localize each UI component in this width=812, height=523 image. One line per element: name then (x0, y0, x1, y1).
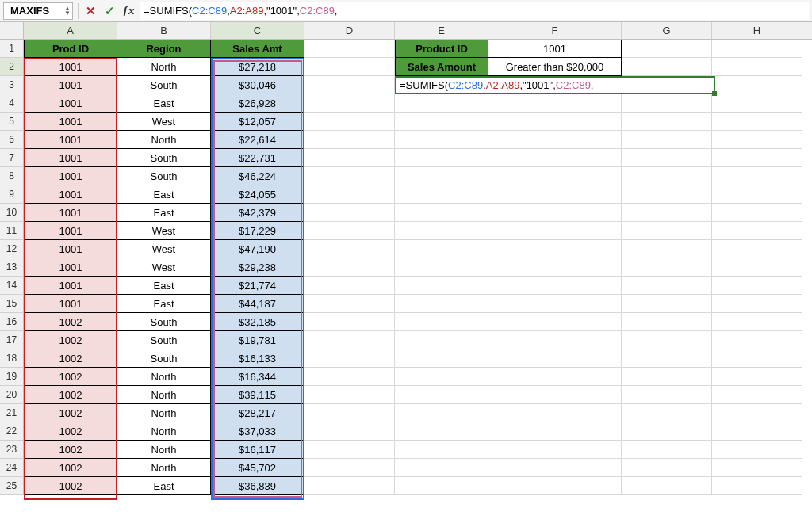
col-header-G[interactable]: G (622, 22, 712, 39)
row-header[interactable]: 5 (0, 113, 24, 131)
cell[interactable] (712, 240, 802, 258)
cell[interactable] (304, 76, 395, 94)
cell[interactable] (488, 313, 622, 331)
cell[interactable] (304, 331, 395, 349)
cell[interactable] (712, 204, 802, 222)
in-cell-formula-edit[interactable]: =SUMIFS(C2:C89,A2:A89,"1001",C2:C89, (395, 76, 715, 94)
cell-sales[interactable]: $28,217 (211, 404, 304, 422)
cell-region[interactable]: South (117, 76, 211, 94)
cell[interactable] (622, 131, 712, 149)
cell-sales[interactable]: $16,133 (211, 349, 304, 368)
cell[interactable] (304, 477, 395, 495)
cell-sales[interactable]: $32,185 (211, 313, 304, 331)
cell-region[interactable]: South (117, 349, 211, 368)
header-sales-amt[interactable]: Sales Amt (211, 40, 304, 58)
cell-sales[interactable]: $16,117 (211, 441, 304, 459)
cell[interactable] (304, 58, 395, 76)
cell[interactable] (622, 459, 712, 477)
cell-region[interactable]: North (117, 441, 211, 459)
cell[interactable] (488, 368, 622, 386)
col-header-F[interactable]: F (488, 22, 622, 39)
cell[interactable] (395, 167, 488, 185)
label-product-id[interactable]: Product ID (395, 40, 488, 58)
cell[interactable] (488, 113, 622, 131)
cell[interactable] (395, 349, 488, 368)
cell[interactable] (488, 277, 622, 295)
row-header[interactable]: 21 (0, 404, 24, 422)
col-header-D[interactable]: D (304, 22, 395, 39)
cell-sales[interactable]: $30,046 (211, 76, 304, 94)
cell-prod-id[interactable]: 1001 (24, 222, 117, 240)
cell-sales[interactable]: $26,928 (211, 94, 304, 113)
cell[interactable] (622, 94, 712, 113)
cell[interactable] (488, 258, 622, 277)
cell[interactable] (712, 131, 802, 149)
cell-region[interactable]: North (117, 386, 211, 404)
cell[interactable] (304, 349, 395, 368)
cell-sales[interactable]: $27,218 (211, 58, 304, 76)
cell[interactable] (304, 94, 395, 113)
cell[interactable] (488, 331, 622, 349)
cell[interactable] (488, 349, 622, 368)
cell[interactable] (304, 131, 395, 149)
cell-sales[interactable]: $46,224 (211, 167, 304, 185)
cell[interactable] (712, 477, 802, 495)
cell[interactable] (712, 167, 802, 185)
cell[interactable] (395, 404, 488, 422)
cell[interactable] (712, 258, 802, 277)
cell[interactable] (712, 331, 802, 349)
cell[interactable] (622, 240, 712, 258)
cell-prod-id[interactable]: 1002 (24, 368, 117, 386)
cell-sales[interactable]: $22,614 (211, 131, 304, 149)
cell-sales[interactable]: $29,238 (211, 258, 304, 277)
fill-handle-icon[interactable] (712, 91, 717, 96)
row-header[interactable]: 25 (0, 477, 24, 495)
cell[interactable] (622, 149, 712, 167)
cell[interactable] (712, 349, 802, 368)
cell[interactable] (622, 185, 712, 204)
cell[interactable] (488, 131, 622, 149)
cell[interactable] (395, 185, 488, 204)
cell-sales[interactable]: $39,115 (211, 386, 304, 404)
fx-icon[interactable]: ƒx (121, 4, 136, 17)
row-header[interactable]: 14 (0, 277, 24, 295)
select-all-corner[interactable] (0, 22, 24, 39)
cell[interactable] (622, 167, 712, 185)
row-header[interactable]: 19 (0, 368, 24, 386)
cell-prod-id[interactable]: 1001 (24, 94, 117, 113)
cell[interactable] (304, 422, 395, 441)
cell[interactable] (712, 76, 802, 94)
row-header[interactable]: 23 (0, 441, 24, 459)
cell[interactable] (488, 441, 622, 459)
row-header[interactable]: 24 (0, 459, 24, 477)
cell[interactable] (395, 368, 488, 386)
cell[interactable] (712, 94, 802, 113)
cell-prod-id[interactable]: 1001 (24, 295, 117, 313)
cell-prod-id[interactable]: 1001 (24, 185, 117, 204)
row-header[interactable]: 18 (0, 349, 24, 368)
cell[interactable] (712, 222, 802, 240)
cell-region[interactable]: West (117, 240, 211, 258)
row-header[interactable]: 20 (0, 386, 24, 404)
cell-region[interactable]: West (117, 222, 211, 240)
cell[interactable] (622, 386, 712, 404)
cell-region[interactable]: South (117, 313, 211, 331)
cell-sales[interactable]: $42,379 (211, 204, 304, 222)
cell[interactable] (622, 422, 712, 441)
formula-input[interactable]: =SUMIFS(C2:C89,A2:A89,"1001",C2:C89, (140, 2, 809, 20)
row-header[interactable]: 16 (0, 313, 24, 331)
cell-prod-id[interactable]: 1001 (24, 76, 117, 94)
row-header[interactable]: 6 (0, 131, 24, 149)
row-header[interactable]: 22 (0, 422, 24, 441)
cell[interactable] (304, 404, 395, 422)
cell-prod-id[interactable]: 1001 (24, 58, 117, 76)
cell[interactable] (712, 386, 802, 404)
cell-prod-id[interactable]: 1002 (24, 459, 117, 477)
cell[interactable] (622, 404, 712, 422)
cell[interactable] (712, 404, 802, 422)
cell[interactable] (712, 58, 802, 76)
label-sales-amount[interactable]: Sales Amount (395, 58, 488, 76)
row-header[interactable]: 7 (0, 149, 24, 167)
col-header-C[interactable]: C (211, 22, 304, 39)
cell[interactable] (395, 295, 488, 313)
